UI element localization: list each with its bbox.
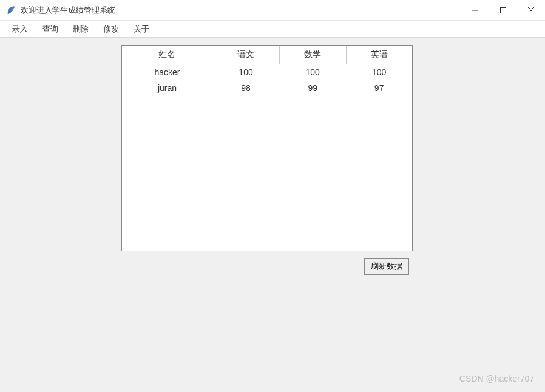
cell-math: 100 bbox=[279, 64, 346, 81]
titlebar: 欢迎进入学生成绩管理系统 bbox=[0, 0, 545, 21]
svg-rect-1 bbox=[501, 7, 506, 13]
cell-math: 99 bbox=[279, 80, 346, 96]
content-area: 姓名 语文 数学 英语 hacker 100 100 100 juran bbox=[0, 38, 545, 392]
cell-chinese: 100 bbox=[212, 64, 279, 81]
cell-name: hacker bbox=[122, 64, 212, 81]
refresh-button[interactable]: 刷新数据 bbox=[364, 258, 409, 275]
menu-delete[interactable]: 删除 bbox=[66, 21, 96, 37]
header-english[interactable]: 英语 bbox=[346, 46, 412, 64]
grades-table[interactable]: 姓名 语文 数学 英语 hacker 100 100 100 juran bbox=[122, 46, 412, 96]
cell-english: 100 bbox=[346, 64, 412, 81]
grades-table-container: 姓名 语文 数学 英语 hacker 100 100 100 juran bbox=[121, 45, 413, 251]
window: 欢迎进入学生成绩管理系统 录入 查询 删除 修改 关于 姓名 bbox=[0, 0, 545, 392]
menu-about[interactable]: 关于 bbox=[126, 21, 157, 37]
header-name[interactable]: 姓名 bbox=[122, 46, 212, 64]
menu-modify[interactable]: 修改 bbox=[96, 21, 126, 37]
minimize-button[interactable] bbox=[461, 0, 489, 21]
close-button[interactable] bbox=[517, 0, 545, 21]
header-chinese[interactable]: 语文 bbox=[212, 46, 279, 64]
maximize-button[interactable] bbox=[489, 0, 517, 21]
table-header-row: 姓名 语文 数学 英语 bbox=[122, 46, 412, 64]
watermark: CSDN @hacker707 bbox=[459, 374, 534, 384]
window-title: 欢迎进入学生成绩管理系统 bbox=[21, 5, 461, 16]
cell-chinese: 98 bbox=[212, 80, 279, 96]
table-row[interactable]: hacker 100 100 100 bbox=[122, 64, 412, 81]
header-math[interactable]: 数学 bbox=[279, 46, 346, 64]
menu-input[interactable]: 录入 bbox=[5, 21, 35, 37]
window-controls bbox=[461, 0, 545, 21]
tk-feather-icon bbox=[6, 5, 16, 15]
cell-english: 97 bbox=[346, 80, 412, 96]
menubar: 录入 查询 删除 修改 关于 bbox=[0, 21, 545, 38]
cell-name: juran bbox=[122, 80, 212, 96]
menu-query[interactable]: 查询 bbox=[35, 21, 66, 37]
table-row[interactable]: juran 98 99 97 bbox=[122, 80, 412, 96]
